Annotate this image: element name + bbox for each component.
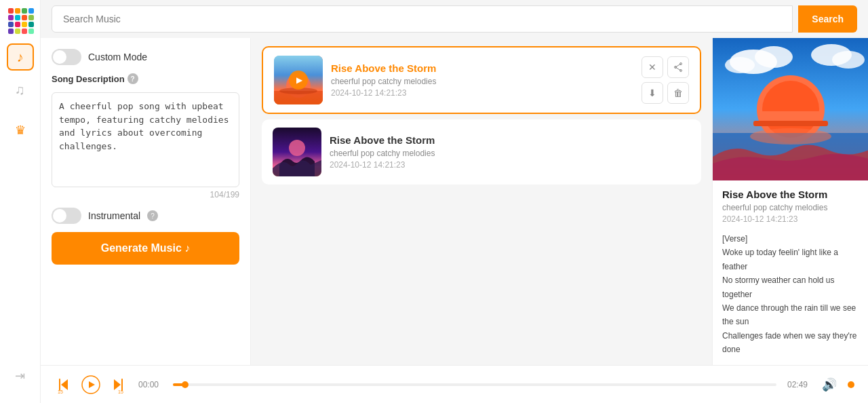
exit-icon[interactable]: ⇥ (7, 362, 34, 389)
total-time: 02:49 (787, 380, 811, 389)
generate-music-button[interactable]: Generate Music ♪ (52, 232, 239, 265)
song-info-2: Rise Above the Storm cheerful pop catchy… (330, 134, 690, 170)
song-card-2[interactable]: Rise Above the Storm cheerful pop catchy… (262, 119, 701, 185)
play-overlay-1: ▶ (274, 56, 323, 104)
instrumental-label: Instrumental (88, 210, 140, 221)
current-time: 00:00 (138, 380, 162, 389)
svg-rect-22 (753, 121, 828, 126)
player-controls: 15 15 (54, 375, 127, 394)
progress-bar[interactable] (173, 383, 776, 386)
sidebar: ♪ ♫ ♛ ⇥ (0, 0, 41, 403)
main-area: Search Custom Mode Song Description ? A … (41, 0, 868, 403)
svg-point-14 (725, 57, 755, 73)
svg-line-8 (675, 67, 681, 71)
delete-button-1[interactable]: 🗑 (667, 82, 689, 104)
song-description-textarea[interactable]: A cheerful pop song with upbeat tempo, f… (52, 92, 239, 187)
play-button[interactable] (81, 375, 100, 394)
volume-dot (848, 381, 854, 388)
note-nav-icon[interactable]: ♫ (7, 76, 34, 103)
song-card[interactable]: ▶ Rise Above the Storm cheerful pop catc… (262, 46, 701, 114)
song-thumbnail-2 (273, 128, 321, 176)
song-title-1: Rise Above the Storm (331, 62, 633, 74)
song-desc-help-icon[interactable]: ? (127, 73, 138, 84)
volume-icon[interactable]: 🔊 (822, 377, 837, 392)
right-panel: Rise Above the Storm cheerful pop catchy… (712, 38, 868, 365)
song-title-2: Rise Above the Storm (330, 134, 690, 146)
search-button[interactable]: Search (798, 5, 857, 33)
instrumental-help-icon[interactable]: ? (147, 210, 158, 221)
crown-icon[interactable]: ♛ (7, 117, 34, 144)
custom-mode-label: Custom Mode (88, 52, 147, 62)
topbar: Search (41, 0, 868, 38)
shuffle-button-1[interactable]: ✕ (642, 56, 663, 78)
custom-mode-toggle[interactable] (52, 49, 81, 65)
custom-mode-row: Custom Mode (52, 49, 239, 65)
progress-thumb (182, 381, 189, 388)
song-date-2: 2024-10-12 14:21:23 (330, 160, 690, 170)
album-art (713, 38, 868, 180)
song-thumbnail-1: ▶ (274, 56, 323, 104)
songs-panel: ▶ Rise Above the Storm cheerful pop catc… (251, 38, 712, 365)
svg-point-10 (289, 140, 305, 156)
rewind-button[interactable]: 15 (54, 375, 73, 394)
song-actions-1: ✕ ⬇ 🗑 (642, 56, 689, 104)
char-count: 104/199 (52, 190, 239, 199)
left-panel: Custom Mode Song Description ? A cheerfu… (41, 38, 251, 365)
app-logo (8, 8, 33, 33)
instrumental-row: Instrumental ? (52, 208, 239, 224)
svg-marker-25 (89, 381, 95, 388)
song-date-1: 2024-10-12 14:21:23 (331, 88, 633, 98)
svg-point-16 (832, 51, 865, 69)
player-bar: 15 15 00:00 02:49 🔊 (41, 365, 868, 403)
instrumental-toggle[interactable] (52, 208, 81, 224)
song-description-label: Song Description ? (52, 73, 239, 84)
download-button-1[interactable]: ⬇ (642, 82, 663, 104)
song-tags-2: cheerful pop catchy melodies (330, 149, 690, 158)
svg-text:15: 15 (58, 389, 63, 394)
content-area: Custom Mode Song Description ? A cheerfu… (41, 38, 868, 365)
svg-point-13 (755, 46, 793, 68)
svg-text:15: 15 (118, 389, 123, 394)
right-title: Rise Above the Storm (722, 189, 859, 200)
search-input[interactable] (52, 5, 793, 33)
forward-button[interactable]: 15 (108, 375, 127, 394)
song-tags-1: cheerful pop catchy melodies (331, 77, 633, 86)
right-tags: cheerful pop catchy melodies (722, 203, 859, 212)
lyrics-text: [Verse] Woke up today feelin' light like… (722, 232, 859, 365)
music-nav-icon[interactable]: ♪ (7, 43, 34, 71)
song-info-1: Rise Above the Storm cheerful pop catchy… (331, 62, 633, 98)
right-date: 2024-10-12 14:21:23 (722, 214, 859, 224)
share-button-1[interactable] (667, 56, 689, 78)
svg-point-20 (750, 128, 831, 145)
right-info: Rise Above the Storm cheerful pop catchy… (713, 180, 868, 365)
svg-line-7 (675, 64, 681, 67)
